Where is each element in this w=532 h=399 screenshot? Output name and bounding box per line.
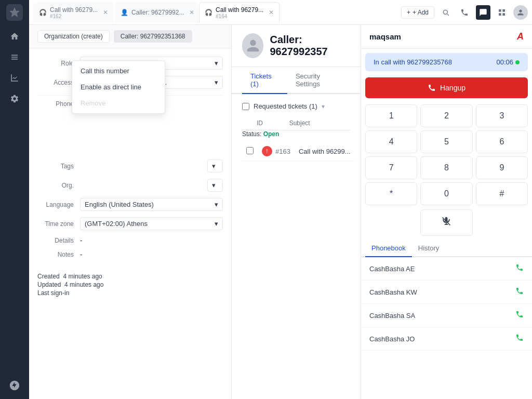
tickets-data-table: ! #163 Call with 96299...: [242, 142, 355, 161]
tab-tickets[interactable]: Tickets (1): [242, 67, 287, 94]
call-icon[interactable]: [515, 287, 524, 297]
user-header: Caller: 9627992357: [232, 25, 361, 67]
notes-value: -: [80, 250, 223, 258]
phone-button[interactable]: [457, 5, 472, 20]
dialpad-3[interactable]: 3: [476, 104, 528, 127]
tab-security[interactable]: Security Settings: [287, 67, 350, 94]
breadcrumb-org[interactable]: Organization (create): [37, 30, 110, 43]
hangup-button[interactable]: Hangup: [365, 77, 528, 98]
phonebook-contact-name: CashBasha SA: [369, 312, 415, 320]
dialpad-hash[interactable]: #: [476, 182, 528, 205]
headphone-icon: 🎧: [205, 9, 212, 16]
ticket-checkbox[interactable]: [246, 147, 254, 154]
table-row[interactable]: ! #163 Call with 96299...: [242, 142, 355, 161]
chevron-down-icon: ▾: [215, 59, 218, 67]
dialpad-star[interactable]: *: [365, 182, 417, 205]
sidebar-item-tickets[interactable]: [5, 48, 24, 66]
user-avatar-button[interactable]: [513, 5, 528, 20]
language-value: English (United States): [85, 201, 154, 208]
dialpad-2[interactable]: 2: [420, 104, 472, 127]
sidebar-item-settings[interactable]: [5, 89, 24, 108]
dialpad-1[interactable]: 1: [365, 104, 417, 127]
chevron-down-icon: ▾: [322, 103, 325, 110]
call-timer: 00:06: [496, 58, 520, 66]
dialpad-0[interactable]: 0: [420, 182, 472, 205]
context-menu-call[interactable]: Call this number: [72, 63, 165, 79]
tickets-table: ID Subject: [242, 116, 350, 130]
created-label: Created: [37, 273, 60, 280]
tab-call-162[interactable]: 🎧 Call with 96279... #162 ✕: [33, 2, 114, 23]
tab-close-button[interactable]: ✕: [189, 9, 194, 16]
brand-icon: A: [517, 31, 524, 42]
call-status-text: In call with 962799235768: [374, 58, 452, 66]
tab-subtitle: #164: [216, 14, 263, 19]
user-name: Caller: 9627992357: [270, 34, 350, 58]
tab-title: Call with 96279...: [216, 6, 263, 14]
tab-actions: + + Add: [401, 5, 528, 20]
sidebar-item-home[interactable]: [5, 27, 24, 46]
grid-button[interactable]: [495, 5, 509, 20]
details-label: Details: [37, 237, 74, 244]
context-menu: Call this number Enable as direct line R…: [72, 60, 165, 114]
call-icon[interactable]: [515, 334, 524, 344]
notes-label: Notes: [37, 251, 74, 258]
timezone-label: Time zone: [37, 220, 74, 228]
tab-close-button[interactable]: ✕: [269, 9, 274, 16]
ticket-subject: Call with 96299...: [295, 142, 355, 161]
tab-caller[interactable]: 👤 Caller: 96279992... ✕: [115, 2, 198, 23]
call-icon[interactable]: [515, 263, 524, 274]
breadcrumb-caller[interactable]: Caller: 9627992351368: [114, 30, 192, 43]
tab-subtitle: #162: [50, 14, 98, 19]
access-label: Access: [37, 79, 74, 86]
tab-call-164[interactable]: 🎧 Call with 96279... #164 ✕: [199, 2, 280, 23]
chat-button[interactable]: [476, 5, 490, 20]
call-icon[interactable]: [515, 310, 524, 321]
phonebook-contact-name: CashBasha KW: [369, 288, 417, 296]
language-label: Language: [37, 201, 74, 208]
context-menu-direct-line[interactable]: Enable as direct line: [72, 79, 165, 95]
tab-title: Call with 96279...: [50, 6, 98, 14]
search-button[interactable]: [438, 5, 453, 20]
language-select[interactable]: English (United States) ▾: [80, 198, 223, 211]
timezone-select[interactable]: (GMT+02:00) Athens ▾: [80, 217, 223, 230]
ticket-id: #163: [275, 148, 290, 155]
list-item[interactable]: CashBasha AE: [361, 257, 532, 281]
tickets-header: Requested tickets (1) ▾: [242, 102, 350, 110]
col-subject: Subject: [285, 116, 350, 130]
dialpad: 1 2 3 4 5 6 7 8 9 * 0 #: [361, 100, 532, 209]
call-status-bar: In call with 962799235768 00:06: [365, 53, 528, 71]
dialpad-7[interactable]: 7: [365, 156, 417, 179]
user-form: Role End user ▾ Access Can view and edit…: [29, 48, 231, 273]
phone-title: maqsam: [369, 32, 401, 41]
tags-dropdown[interactable]: ▾: [207, 159, 223, 172]
tab-close-button[interactable]: ✕: [103, 9, 108, 16]
phonebook-contact-name: CashBasha AE: [369, 265, 415, 273]
tab-bar: 🎧 Call with 96279... #162 ✕ 👤 Caller: 96…: [29, 0, 532, 25]
phone-header: maqsam A: [361, 25, 532, 49]
list-item[interactable]: CashBasha SA: [361, 304, 532, 327]
dialpad-8[interactable]: 8: [420, 156, 472, 179]
chevron-down-icon: ▾: [215, 220, 218, 228]
col-checkbox: [242, 116, 252, 130]
dialpad-9[interactable]: 9: [476, 156, 528, 179]
avatar: [242, 33, 263, 58]
list-item[interactable]: CashBasha JO: [361, 327, 532, 351]
mute-button[interactable]: [420, 209, 472, 236]
sidebar-item-analytics[interactable]: [5, 69, 24, 87]
tab-phonebook[interactable]: Phonebook: [365, 240, 412, 257]
sidebar-bottom: [5, 376, 24, 395]
dialpad-5[interactable]: 5: [420, 130, 472, 153]
phonebook-tabs: Phonebook History: [361, 240, 532, 257]
dialpad-4[interactable]: 4: [365, 130, 417, 153]
dialpad-6[interactable]: 6: [476, 130, 528, 153]
org-dropdown[interactable]: ▾: [207, 179, 223, 192]
user-panel: Organization (create) Caller: 9627992351…: [29, 25, 232, 399]
phonebook-list: CashBasha AE CashBasha KW CashBasha SA: [361, 257, 532, 399]
add-button[interactable]: + + Add: [401, 6, 434, 19]
list-item[interactable]: CashBasha KW: [361, 281, 532, 304]
tags-label: Tags: [37, 163, 74, 170]
tickets-nav: Tickets (1) Security Settings: [232, 67, 361, 94]
select-all-checkbox[interactable]: [242, 103, 249, 110]
tab-history[interactable]: History: [412, 240, 445, 257]
right-panel: Caller: 9627992357 Tickets (1) Security …: [232, 25, 361, 399]
